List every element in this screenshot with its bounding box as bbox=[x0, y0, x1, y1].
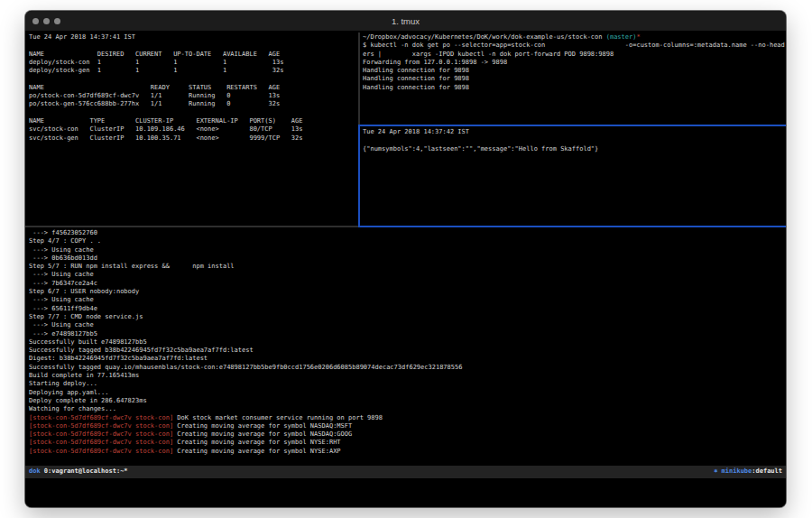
tmux-window-item[interactable]: 0:vagrant@localhost:~* bbox=[41, 467, 128, 476]
pane-build-deploy-log[interactable]: ---> f45623052760 Step 4/7 : COPY . . --… bbox=[29, 229, 782, 456]
docker-build-output: ---> f45623052760 Step 4/7 : COPY . . --… bbox=[29, 229, 782, 414]
log-message: Creating moving average for symbol NASDA… bbox=[173, 422, 352, 430]
terminal-window: 1. tmux Tue 24 Apr 2018 14:37:41 IST NAM… bbox=[25, 11, 786, 507]
tmux-session-name: dok bbox=[29, 467, 41, 476]
status-bar-left: dok 0:vagrant@localhost:~* bbox=[29, 467, 128, 476]
log-pod-prefix: [stock-con-5d7df689cf-dwc7v stock-con] bbox=[29, 422, 173, 430]
window-titlebar[interactable]: 1. tmux bbox=[25, 11, 786, 32]
container-log-entry: [stock-con-5d7df689cf-dwc7v stock-con] C… bbox=[29, 422, 782, 430]
git-dirty-flag: * bbox=[636, 33, 640, 41]
log-pod-prefix: [stock-con-5d7df689cf-dwc7v stock-con] bbox=[29, 414, 173, 421]
git-branch-label: (master) bbox=[606, 33, 637, 41]
log-pod-prefix: [stock-con-5d7df689cf-dwc7v stock-con] bbox=[29, 439, 173, 446]
log-message: Creating moving average for symbol NYSE:… bbox=[173, 439, 340, 446]
minimize-window-button[interactable] bbox=[43, 18, 50, 24]
kubernetes-helm-icon: ⎈ bbox=[714, 467, 721, 476]
window-title: 1. tmux bbox=[25, 11, 786, 31]
log-message: Creating moving average for symbol NASDA… bbox=[173, 430, 352, 438]
port-forward-output: ers | xargs -IPOD kubectl -n dok port-fo… bbox=[363, 51, 784, 92]
pane-skaffold-response[interactable]: Tue 24 Apr 2018 14:37:42 IST {"numsymbol… bbox=[363, 128, 784, 153]
close-window-button[interactable] bbox=[32, 18, 39, 24]
pane-divider-vertical-inactive[interactable] bbox=[358, 32, 360, 125]
shell-prompt-path: ~/Dropbox/advocacy/Kubernetes/DoK/work/d… bbox=[363, 33, 784, 42]
container-log-entry: [stock-con-5d7df689cf-dwc7v stock-con] C… bbox=[29, 439, 782, 447]
pane-divider-horizontal-active-bottom[interactable] bbox=[360, 226, 786, 227]
cwd-path: ~/Dropbox/advocacy/Kubernetes/DoK/work/d… bbox=[363, 33, 606, 41]
log-message: Creating moving average for symbol NYSE:… bbox=[173, 448, 340, 455]
zoom-window-button[interactable] bbox=[54, 18, 60, 24]
kubectl-port-forward-command: $ kubectl -n dok get po --selector=app=s… bbox=[363, 42, 784, 50]
log-message: DoK stock market consumer service runnin… bbox=[173, 414, 383, 421]
container-log-entry: [stock-con-5d7df689cf-dwc7v stock-con] D… bbox=[29, 414, 782, 422]
log-pod-prefix: [stock-con-5d7df689cf-dwc7v stock-con] bbox=[29, 430, 173, 438]
kubectl-watch-output: Tue 24 Apr 2018 14:37:41 IST NAME DESIRE… bbox=[29, 33, 355, 143]
kube-context-label: minikube bbox=[722, 467, 752, 476]
traffic-lights bbox=[32, 11, 60, 31]
pane-kubectl-watch[interactable]: Tue 24 Apr 2018 14:37:41 IST NAME DESIRE… bbox=[29, 33, 355, 143]
pane-divider-horizontal-active[interactable] bbox=[360, 125, 786, 126]
container-log-entry: [stock-con-5d7df689cf-dwc7v stock-con] C… bbox=[29, 430, 782, 439]
status-bar-right: ⎈ minikube:default bbox=[714, 467, 782, 476]
tmux-status-bar: dok 0:vagrant@localhost:~* ⎈ minikube:de… bbox=[25, 466, 786, 478]
kube-namespace-label: :default bbox=[752, 467, 782, 476]
tmux-terminal: Tue 24 Apr 2018 14:37:41 IST NAME DESIRE… bbox=[25, 31, 786, 507]
log-pod-prefix: [stock-con-5d7df689cf-dwc7v stock-con] bbox=[29, 448, 173, 455]
pane-port-forward[interactable]: ~/Dropbox/advocacy/Kubernetes/DoK/work/d… bbox=[363, 33, 784, 92]
desktop-background: 1. tmux Tue 24 Apr 2018 14:37:41 IST NAM… bbox=[0, 0, 812, 518]
skaffold-response-output: Tue 24 Apr 2018 14:37:42 IST {"numsymbol… bbox=[363, 128, 784, 153]
container-log-entry: [stock-con-5d7df689cf-dwc7v stock-con] C… bbox=[29, 448, 782, 456]
pane-divider-horizontal-inactive[interactable] bbox=[25, 226, 358, 227]
pane-divider-vertical-active[interactable] bbox=[358, 125, 360, 227]
